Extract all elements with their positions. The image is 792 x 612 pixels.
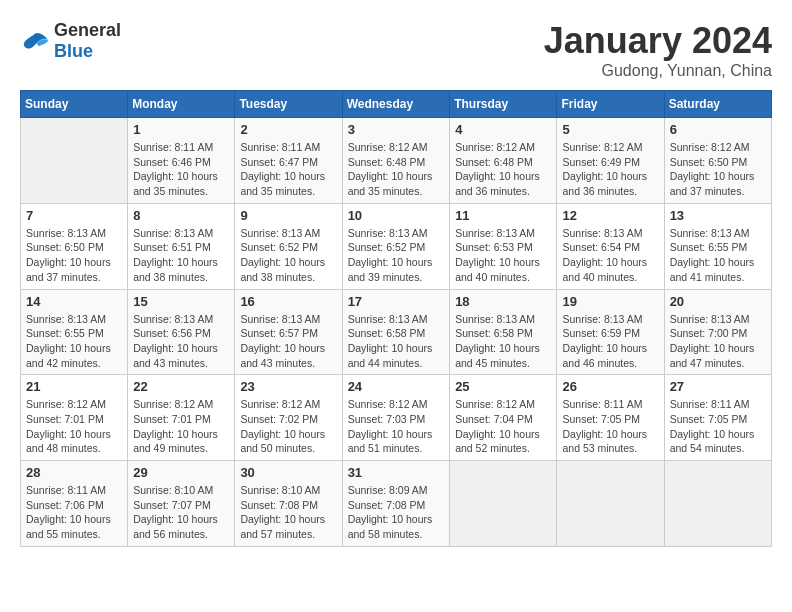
calendar-header-row: Sunday Monday Tuesday Wednesday Thursday… — [21, 91, 772, 118]
day-number: 16 — [240, 294, 336, 309]
day-info: Sunrise: 8:13 AM Sunset: 6:50 PM Dayligh… — [26, 226, 122, 285]
day-number: 2 — [240, 122, 336, 137]
calendar-cell-w4-d0: 21Sunrise: 8:12 AM Sunset: 7:01 PM Dayli… — [21, 375, 128, 461]
day-info: Sunrise: 8:13 AM Sunset: 6:58 PM Dayligh… — [455, 312, 551, 371]
calendar-cell-w4-d1: 22Sunrise: 8:12 AM Sunset: 7:01 PM Dayli… — [128, 375, 235, 461]
calendar-cell-w2-d2: 9Sunrise: 8:13 AM Sunset: 6:52 PM Daylig… — [235, 203, 342, 289]
calendar-cell-w5-d1: 29Sunrise: 8:10 AM Sunset: 7:07 PM Dayli… — [128, 461, 235, 547]
calendar-cell-w4-d2: 23Sunrise: 8:12 AM Sunset: 7:02 PM Dayli… — [235, 375, 342, 461]
day-number: 20 — [670, 294, 766, 309]
calendar-week-2: 7Sunrise: 8:13 AM Sunset: 6:50 PM Daylig… — [21, 203, 772, 289]
day-info: Sunrise: 8:11 AM Sunset: 6:47 PM Dayligh… — [240, 140, 336, 199]
day-info: Sunrise: 8:13 AM Sunset: 6:54 PM Dayligh… — [562, 226, 658, 285]
day-info: Sunrise: 8:11 AM Sunset: 7:06 PM Dayligh… — [26, 483, 122, 542]
day-info: Sunrise: 8:12 AM Sunset: 7:01 PM Dayligh… — [26, 397, 122, 456]
day-number: 11 — [455, 208, 551, 223]
day-info: Sunrise: 8:12 AM Sunset: 7:03 PM Dayligh… — [348, 397, 445, 456]
day-info: Sunrise: 8:12 AM Sunset: 6:49 PM Dayligh… — [562, 140, 658, 199]
calendar-cell-w3-d1: 15Sunrise: 8:13 AM Sunset: 6:56 PM Dayli… — [128, 289, 235, 375]
day-info: Sunrise: 8:11 AM Sunset: 7:05 PM Dayligh… — [670, 397, 766, 456]
day-info: Sunrise: 8:11 AM Sunset: 6:46 PM Dayligh… — [133, 140, 229, 199]
day-info: Sunrise: 8:09 AM Sunset: 7:08 PM Dayligh… — [348, 483, 445, 542]
day-number: 19 — [562, 294, 658, 309]
header-monday: Monday — [128, 91, 235, 118]
calendar-cell-w5-d6 — [664, 461, 771, 547]
calendar-cell-w3-d5: 19Sunrise: 8:13 AM Sunset: 6:59 PM Dayli… — [557, 289, 664, 375]
day-number: 31 — [348, 465, 445, 480]
day-info: Sunrise: 8:12 AM Sunset: 6:50 PM Dayligh… — [670, 140, 766, 199]
calendar-cell-w4-d5: 26Sunrise: 8:11 AM Sunset: 7:05 PM Dayli… — [557, 375, 664, 461]
day-number: 24 — [348, 379, 445, 394]
day-info: Sunrise: 8:11 AM Sunset: 7:05 PM Dayligh… — [562, 397, 658, 456]
day-info: Sunrise: 8:12 AM Sunset: 7:02 PM Dayligh… — [240, 397, 336, 456]
day-number: 14 — [26, 294, 122, 309]
header-sunday: Sunday — [21, 91, 128, 118]
day-info: Sunrise: 8:13 AM Sunset: 6:56 PM Dayligh… — [133, 312, 229, 371]
day-number: 25 — [455, 379, 551, 394]
logo: General Blue — [20, 20, 121, 62]
calendar-cell-w1-d4: 4Sunrise: 8:12 AM Sunset: 6:48 PM Daylig… — [450, 118, 557, 204]
day-number: 30 — [240, 465, 336, 480]
calendar-cell-w1-d2: 2Sunrise: 8:11 AM Sunset: 6:47 PM Daylig… — [235, 118, 342, 204]
day-number: 9 — [240, 208, 336, 223]
calendar-week-4: 21Sunrise: 8:12 AM Sunset: 7:01 PM Dayli… — [21, 375, 772, 461]
header-saturday: Saturday — [664, 91, 771, 118]
calendar-table: Sunday Monday Tuesday Wednesday Thursday… — [20, 90, 772, 547]
calendar-cell-w2-d1: 8Sunrise: 8:13 AM Sunset: 6:51 PM Daylig… — [128, 203, 235, 289]
day-info: Sunrise: 8:13 AM Sunset: 6:57 PM Dayligh… — [240, 312, 336, 371]
day-number: 6 — [670, 122, 766, 137]
day-info: Sunrise: 8:13 AM Sunset: 6:51 PM Dayligh… — [133, 226, 229, 285]
calendar-week-5: 28Sunrise: 8:11 AM Sunset: 7:06 PM Dayli… — [21, 461, 772, 547]
calendar-cell-w2-d4: 11Sunrise: 8:13 AM Sunset: 6:53 PM Dayli… — [450, 203, 557, 289]
day-info: Sunrise: 8:12 AM Sunset: 7:04 PM Dayligh… — [455, 397, 551, 456]
day-number: 7 — [26, 208, 122, 223]
day-number: 17 — [348, 294, 445, 309]
day-number: 27 — [670, 379, 766, 394]
calendar-cell-w3-d0: 14Sunrise: 8:13 AM Sunset: 6:55 PM Dayli… — [21, 289, 128, 375]
calendar-cell-w3-d2: 16Sunrise: 8:13 AM Sunset: 6:57 PM Dayli… — [235, 289, 342, 375]
calendar-cell-w5-d2: 30Sunrise: 8:10 AM Sunset: 7:08 PM Dayli… — [235, 461, 342, 547]
day-number: 28 — [26, 465, 122, 480]
day-number: 21 — [26, 379, 122, 394]
day-info: Sunrise: 8:13 AM Sunset: 6:59 PM Dayligh… — [562, 312, 658, 371]
calendar-cell-w3-d3: 17Sunrise: 8:13 AM Sunset: 6:58 PM Dayli… — [342, 289, 450, 375]
calendar-week-3: 14Sunrise: 8:13 AM Sunset: 6:55 PM Dayli… — [21, 289, 772, 375]
day-number: 15 — [133, 294, 229, 309]
day-info: Sunrise: 8:13 AM Sunset: 6:55 PM Dayligh… — [26, 312, 122, 371]
calendar-cell-w1-d0 — [21, 118, 128, 204]
general-blue-logo-icon — [20, 29, 50, 53]
day-info: Sunrise: 8:13 AM Sunset: 6:53 PM Dayligh… — [455, 226, 551, 285]
day-number: 18 — [455, 294, 551, 309]
day-info: Sunrise: 8:10 AM Sunset: 7:08 PM Dayligh… — [240, 483, 336, 542]
calendar-cell-w1-d3: 3Sunrise: 8:12 AM Sunset: 6:48 PM Daylig… — [342, 118, 450, 204]
day-info: Sunrise: 8:13 AM Sunset: 6:55 PM Dayligh… — [670, 226, 766, 285]
day-info: Sunrise: 8:12 AM Sunset: 7:01 PM Dayligh… — [133, 397, 229, 456]
day-number: 26 — [562, 379, 658, 394]
calendar-cell-w4-d4: 25Sunrise: 8:12 AM Sunset: 7:04 PM Dayli… — [450, 375, 557, 461]
calendar-cell-w5-d0: 28Sunrise: 8:11 AM Sunset: 7:06 PM Dayli… — [21, 461, 128, 547]
day-number: 23 — [240, 379, 336, 394]
calendar-cell-w4-d3: 24Sunrise: 8:12 AM Sunset: 7:03 PM Dayli… — [342, 375, 450, 461]
header-wednesday: Wednesday — [342, 91, 450, 118]
day-number: 1 — [133, 122, 229, 137]
day-info: Sunrise: 8:13 AM Sunset: 6:52 PM Dayligh… — [240, 226, 336, 285]
calendar-cell-w4-d6: 27Sunrise: 8:11 AM Sunset: 7:05 PM Dayli… — [664, 375, 771, 461]
calendar-cell-w2-d3: 10Sunrise: 8:13 AM Sunset: 6:52 PM Dayli… — [342, 203, 450, 289]
calendar-cell-w1-d1: 1Sunrise: 8:11 AM Sunset: 6:46 PM Daylig… — [128, 118, 235, 204]
day-info: Sunrise: 8:12 AM Sunset: 6:48 PM Dayligh… — [348, 140, 445, 199]
calendar-cell-w5-d4 — [450, 461, 557, 547]
header-friday: Friday — [557, 91, 664, 118]
calendar-week-1: 1Sunrise: 8:11 AM Sunset: 6:46 PM Daylig… — [21, 118, 772, 204]
day-number: 5 — [562, 122, 658, 137]
month-year-title: January 2024 — [544, 20, 772, 62]
calendar-cell-w2-d0: 7Sunrise: 8:13 AM Sunset: 6:50 PM Daylig… — [21, 203, 128, 289]
day-info: Sunrise: 8:13 AM Sunset: 7:00 PM Dayligh… — [670, 312, 766, 371]
title-area: January 2024 Gudong, Yunnan, China — [544, 20, 772, 80]
day-info: Sunrise: 8:13 AM Sunset: 6:52 PM Dayligh… — [348, 226, 445, 285]
calendar-cell-w5-d3: 31Sunrise: 8:09 AM Sunset: 7:08 PM Dayli… — [342, 461, 450, 547]
calendar-cell-w5-d5 — [557, 461, 664, 547]
day-number: 12 — [562, 208, 658, 223]
day-number: 10 — [348, 208, 445, 223]
day-number: 13 — [670, 208, 766, 223]
logo-blue: Blue — [54, 41, 93, 61]
